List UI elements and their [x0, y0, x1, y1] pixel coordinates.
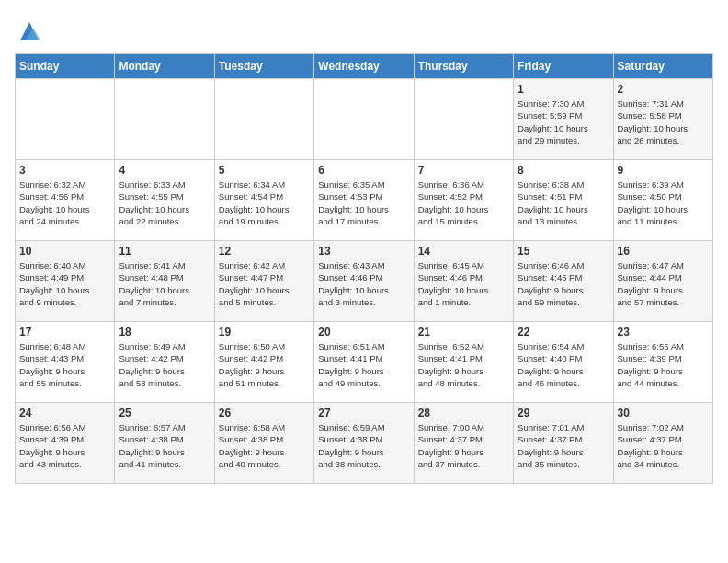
calendar-cell: 29Sunrise: 7:01 AM Sunset: 4:37 PM Dayli…	[514, 403, 613, 484]
calendar-cell	[414, 79, 513, 160]
day-info: Sunrise: 6:36 AM Sunset: 4:52 PM Dayligh…	[418, 178, 509, 227]
logo	[15, 18, 42, 44]
calendar-cell: 24Sunrise: 6:56 AM Sunset: 4:39 PM Dayli…	[16, 403, 115, 484]
day-info: Sunrise: 6:50 AM Sunset: 4:42 PM Dayligh…	[219, 340, 310, 389]
calendar-cell	[16, 79, 115, 160]
day-info: Sunrise: 6:47 AM Sunset: 4:44 PM Dayligh…	[618, 259, 709, 308]
header-day-tuesday: Tuesday	[214, 54, 313, 79]
header-row: SundayMondayTuesdayWednesdayThursdayFrid…	[16, 54, 713, 79]
header-day-friday: Friday	[514, 54, 613, 79]
day-number: 8	[518, 164, 609, 177]
day-number: 10	[19, 245, 110, 258]
calendar-cell	[214, 79, 313, 160]
calendar-cell: 17Sunrise: 6:48 AM Sunset: 4:43 PM Dayli…	[16, 322, 115, 403]
header-day-monday: Monday	[115, 54, 214, 79]
calendar-cell: 30Sunrise: 7:02 AM Sunset: 4:37 PM Dayli…	[613, 403, 712, 484]
calendar-cell: 4Sunrise: 6:33 AM Sunset: 4:55 PM Daylig…	[115, 160, 214, 241]
logo-icon	[17, 18, 42, 44]
day-info: Sunrise: 7:01 AM Sunset: 4:37 PM Dayligh…	[518, 421, 609, 470]
header-day-saturday: Saturday	[613, 54, 712, 79]
day-number: 21	[418, 326, 509, 339]
calendar-cell: 23Sunrise: 6:55 AM Sunset: 4:39 PM Dayli…	[613, 322, 712, 403]
calendar-cell: 19Sunrise: 6:50 AM Sunset: 4:42 PM Dayli…	[214, 322, 313, 403]
calendar-cell: 1Sunrise: 7:30 AM Sunset: 5:59 PM Daylig…	[514, 79, 613, 160]
calendar-cell: 13Sunrise: 6:43 AM Sunset: 4:46 PM Dayli…	[314, 241, 414, 322]
calendar-cell: 14Sunrise: 6:45 AM Sunset: 4:46 PM Dayli…	[414, 241, 513, 322]
day-number: 5	[219, 164, 310, 177]
day-number: 22	[518, 326, 609, 339]
day-number: 15	[518, 245, 609, 258]
day-number: 30	[618, 407, 709, 419]
calendar-cell: 7Sunrise: 6:36 AM Sunset: 4:52 PM Daylig…	[414, 160, 513, 241]
calendar-cell: 12Sunrise: 6:42 AM Sunset: 4:47 PM Dayli…	[214, 241, 313, 322]
header-day-thursday: Thursday	[414, 54, 513, 79]
calendar-cell: 5Sunrise: 6:34 AM Sunset: 4:54 PM Daylig…	[214, 160, 313, 241]
week-row-4: 17Sunrise: 6:48 AM Sunset: 4:43 PM Dayli…	[16, 322, 713, 403]
calendar-cell: 26Sunrise: 6:58 AM Sunset: 4:38 PM Dayli…	[214, 403, 313, 484]
day-number: 17	[19, 326, 110, 339]
day-info: Sunrise: 6:59 AM Sunset: 4:38 PM Dayligh…	[318, 421, 409, 470]
day-number: 4	[119, 164, 210, 177]
day-info: Sunrise: 6:35 AM Sunset: 4:53 PM Dayligh…	[318, 178, 409, 227]
calendar-cell: 8Sunrise: 6:38 AM Sunset: 4:51 PM Daylig…	[514, 160, 613, 241]
day-info: Sunrise: 6:51 AM Sunset: 4:41 PM Dayligh…	[318, 340, 409, 389]
day-number: 25	[119, 407, 210, 419]
calendar-cell: 15Sunrise: 6:46 AM Sunset: 4:45 PM Dayli…	[514, 241, 613, 322]
calendar-cell: 18Sunrise: 6:49 AM Sunset: 4:42 PM Dayli…	[115, 322, 214, 403]
day-number: 26	[219, 407, 310, 419]
calendar-cell: 2Sunrise: 7:31 AM Sunset: 5:58 PM Daylig…	[613, 79, 712, 160]
calendar-cell: 3Sunrise: 6:32 AM Sunset: 4:56 PM Daylig…	[16, 160, 115, 241]
day-number: 1	[518, 83, 609, 96]
day-number: 6	[318, 164, 409, 177]
day-info: Sunrise: 6:56 AM Sunset: 4:39 PM Dayligh…	[19, 421, 110, 470]
day-number: 28	[418, 407, 509, 419]
day-info: Sunrise: 6:42 AM Sunset: 4:47 PM Dayligh…	[219, 259, 310, 308]
day-info: Sunrise: 6:33 AM Sunset: 4:55 PM Dayligh…	[119, 178, 210, 227]
calendar-cell	[314, 79, 414, 160]
day-info: Sunrise: 6:46 AM Sunset: 4:45 PM Dayligh…	[518, 259, 609, 308]
week-row-5: 24Sunrise: 6:56 AM Sunset: 4:39 PM Dayli…	[16, 403, 713, 484]
calendar-cell: 11Sunrise: 6:41 AM Sunset: 4:48 PM Dayli…	[115, 241, 214, 322]
day-number: 13	[318, 245, 409, 258]
week-row-1: 1Sunrise: 7:30 AM Sunset: 5:59 PM Daylig…	[16, 79, 713, 160]
day-info: Sunrise: 7:30 AM Sunset: 5:59 PM Dayligh…	[518, 98, 609, 146]
day-number: 18	[119, 326, 210, 339]
calendar-cell: 21Sunrise: 6:52 AM Sunset: 4:41 PM Dayli…	[414, 322, 513, 403]
day-info: Sunrise: 6:40 AM Sunset: 4:49 PM Dayligh…	[19, 259, 110, 308]
calendar-cell: 25Sunrise: 6:57 AM Sunset: 4:38 PM Dayli…	[115, 403, 214, 484]
calendar-table: SundayMondayTuesdayWednesdayThursdayFrid…	[15, 53, 713, 484]
calendar-cell: 28Sunrise: 7:00 AM Sunset: 4:37 PM Dayli…	[414, 403, 513, 484]
day-number: 14	[418, 245, 509, 258]
calendar-cell: 6Sunrise: 6:35 AM Sunset: 4:53 PM Daylig…	[314, 160, 414, 241]
week-row-2: 3Sunrise: 6:32 AM Sunset: 4:56 PM Daylig…	[16, 160, 713, 241]
week-row-3: 10Sunrise: 6:40 AM Sunset: 4:49 PM Dayli…	[16, 241, 713, 322]
calendar-cell: 9Sunrise: 6:39 AM Sunset: 4:50 PM Daylig…	[613, 160, 712, 241]
day-info: Sunrise: 6:58 AM Sunset: 4:38 PM Dayligh…	[219, 421, 310, 470]
day-number: 2	[618, 83, 709, 96]
day-number: 20	[318, 326, 409, 339]
day-info: Sunrise: 7:00 AM Sunset: 4:37 PM Dayligh…	[418, 421, 509, 470]
day-number: 29	[518, 407, 609, 419]
day-info: Sunrise: 6:57 AM Sunset: 4:38 PM Dayligh…	[119, 421, 210, 470]
calendar-cell: 16Sunrise: 6:47 AM Sunset: 4:44 PM Dayli…	[613, 241, 712, 322]
day-info: Sunrise: 6:55 AM Sunset: 4:39 PM Dayligh…	[618, 340, 709, 389]
day-info: Sunrise: 6:48 AM Sunset: 4:43 PM Dayligh…	[19, 340, 110, 389]
day-info: Sunrise: 7:02 AM Sunset: 4:37 PM Dayligh…	[618, 421, 709, 470]
day-number: 23	[618, 326, 709, 339]
day-number: 3	[19, 164, 110, 177]
calendar-header: SundayMondayTuesdayWednesdayThursdayFrid…	[16, 54, 713, 79]
calendar-cell: 20Sunrise: 6:51 AM Sunset: 4:41 PM Dayli…	[314, 322, 414, 403]
day-info: Sunrise: 6:38 AM Sunset: 4:51 PM Dayligh…	[518, 178, 609, 227]
calendar-cell: 22Sunrise: 6:54 AM Sunset: 4:40 PM Dayli…	[514, 322, 613, 403]
day-info: Sunrise: 6:52 AM Sunset: 4:41 PM Dayligh…	[418, 340, 509, 389]
day-number: 7	[418, 164, 509, 177]
day-number: 11	[119, 245, 210, 258]
calendar-cell: 27Sunrise: 6:59 AM Sunset: 4:38 PM Dayli…	[314, 403, 414, 484]
header-day-wednesday: Wednesday	[314, 54, 414, 79]
day-info: Sunrise: 6:34 AM Sunset: 4:54 PM Dayligh…	[219, 178, 310, 227]
day-info: Sunrise: 6:43 AM Sunset: 4:46 PM Dayligh…	[318, 259, 409, 308]
day-number: 9	[618, 164, 709, 177]
day-info: Sunrise: 6:32 AM Sunset: 4:56 PM Dayligh…	[19, 178, 110, 227]
calendar-cell: 10Sunrise: 6:40 AM Sunset: 4:49 PM Dayli…	[16, 241, 115, 322]
header-day-sunday: Sunday	[16, 54, 115, 79]
